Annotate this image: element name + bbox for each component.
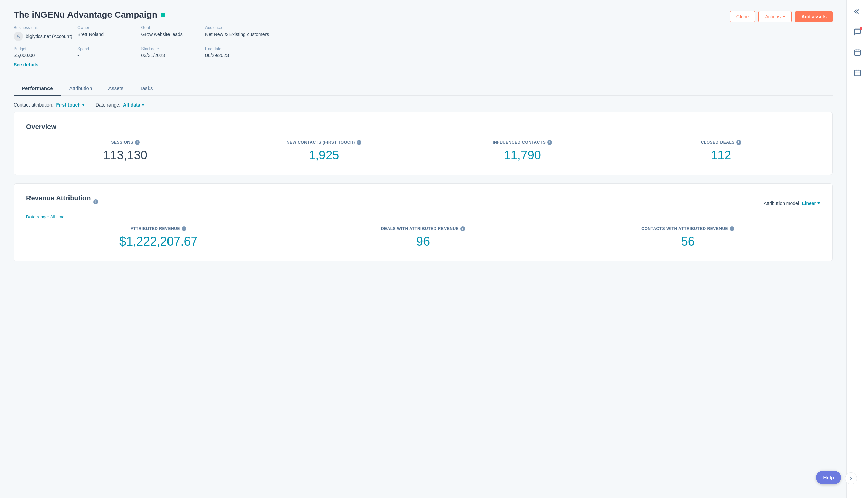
date-range-label: Date range:: [96, 102, 120, 107]
start-date-label: Start date: [142, 47, 205, 51]
deals-attributed-revenue-info-icon[interactable]: i: [460, 226, 465, 231]
end-date-value: 06/29/2023: [205, 53, 269, 58]
add-assets-button[interactable]: Add assets: [795, 11, 833, 22]
audience-label: Audience: [205, 25, 269, 30]
influenced-contacts-info-icon[interactable]: i: [547, 140, 552, 145]
deals-attributed-revenue-stat: DEALS WITH ATTRIBUTED REVENUE i 96: [291, 226, 556, 249]
next-arrow-button[interactable]: [845, 472, 857, 484]
closed-deals-label: CLOSED DEALS: [701, 140, 735, 145]
tab-tasks[interactable]: Tasks: [132, 81, 161, 96]
revenue-date-range: Date range: All time: [26, 214, 820, 220]
actions-button[interactable]: Actions: [759, 11, 792, 22]
business-unit-value: biglytics.net (Account): [26, 34, 72, 39]
sessions-stat: SESSIONS i 113,130: [26, 140, 225, 162]
calendar-icon[interactable]: [851, 46, 864, 58]
filter-bar: Contact attribution: First touch Date ra…: [14, 96, 833, 112]
attributed-revenue-label: ATTRIBUTED REVENUE: [131, 226, 180, 231]
attribution-model-label: Attribution model: [764, 200, 799, 206]
tab-bar: Performance Attribution Assets Tasks: [14, 81, 833, 96]
goal-value: Grow website leads: [142, 31, 205, 37]
overview-stats-row: SESSIONS i 113,130 NEW CONTACTS (FIRST T…: [26, 140, 820, 162]
spend-value: -: [77, 53, 141, 58]
svg-point-0: [18, 35, 19, 36]
contact-attribution-label: Contact attribution:: [14, 102, 54, 107]
contacts-attributed-revenue-value: 56: [556, 234, 820, 249]
overview-card: Overview SESSIONS i 113,130 NEW CONTACTS…: [14, 112, 833, 175]
closed-deals-info-icon[interactable]: i: [736, 140, 741, 145]
influenced-contacts-value: 11,790: [423, 148, 622, 162]
attributed-revenue-value: $1,222,207.67: [26, 234, 291, 249]
sessions-value: 113,130: [26, 148, 225, 162]
chat-icon[interactable]: [851, 26, 864, 38]
goal-label: Goal: [142, 25, 205, 30]
actions-caret-icon: [783, 16, 785, 18]
all-data-caret-icon: [142, 104, 145, 106]
budget-value: $5,000.00: [14, 53, 77, 58]
attributed-revenue-stat: ATTRIBUTED REVENUE i $1,222,207.67: [26, 226, 291, 249]
revenue-attribution-card: Revenue Attribution i Attribution model …: [14, 183, 833, 261]
see-details-link[interactable]: See details: [14, 62, 38, 67]
owner-label: Owner: [77, 25, 141, 30]
clone-button[interactable]: Clone: [730, 11, 756, 22]
right-sidebar: [846, 0, 868, 498]
first-touch-caret-icon: [82, 104, 85, 106]
business-unit-label: Business unit: [14, 25, 77, 30]
owner-value: Brett Noland: [77, 31, 141, 37]
deals-attributed-revenue-value: 96: [291, 234, 556, 249]
spend-label: Spend: [77, 47, 141, 51]
contacts-attributed-revenue-stat: CONTACTS WITH ATTRIBUTED REVENUE i 56: [556, 226, 820, 249]
revenue-attribution-info-icon[interactable]: i: [93, 199, 98, 204]
start-date-value: 03/31/2023: [142, 53, 205, 58]
svg-rect-1: [854, 50, 860, 56]
influenced-contacts-label: INFLUENCED CONTACTS: [493, 140, 546, 145]
tab-attribution[interactable]: Attribution: [61, 81, 101, 96]
all-data-dropdown[interactable]: All data: [123, 102, 145, 107]
tab-assets[interactable]: Assets: [100, 81, 132, 96]
attribution-model-dropdown[interactable]: Linear: [802, 200, 820, 206]
closed-deals-stat: CLOSED DEALS i 112: [622, 140, 820, 162]
attributed-revenue-info-icon[interactable]: i: [182, 226, 186, 231]
influenced-contacts-stat: INFLUENCED CONTACTS i 11,790: [423, 140, 622, 162]
calendar2-icon[interactable]: [851, 66, 864, 79]
first-touch-dropdown[interactable]: First touch: [56, 102, 85, 107]
contacts-attributed-revenue-info-icon[interactable]: i: [730, 226, 734, 231]
tab-performance[interactable]: Performance: [14, 81, 61, 96]
avatar: [14, 31, 23, 41]
status-indicator: [161, 13, 165, 17]
new-contacts-label: NEW CONTACTS (FIRST TOUCH): [286, 140, 355, 145]
sessions-label: SESSIONS: [111, 140, 133, 145]
contacts-attributed-revenue-label: CONTACTS WITH ATTRIBUTED REVENUE: [641, 226, 728, 231]
closed-deals-value: 112: [622, 148, 820, 162]
overview-title: Overview: [26, 123, 820, 131]
collapse-icon[interactable]: [851, 5, 864, 18]
new-contacts-info-icon[interactable]: i: [357, 140, 361, 145]
budget-label: Budget: [14, 47, 77, 51]
revenue-attribution-title: Revenue Attribution: [26, 194, 91, 202]
revenue-stats-row: ATTRIBUTED REVENUE i $1,222,207.67 DEALS…: [26, 226, 820, 249]
new-contacts-value: 1,925: [225, 148, 424, 162]
audience-value: Net New & Existing customers: [205, 31, 269, 37]
sessions-info-icon[interactable]: i: [135, 140, 140, 145]
end-date-label: End date: [205, 47, 269, 51]
deals-attributed-revenue-label: DEALS WITH ATTRIBUTED REVENUE: [381, 226, 459, 231]
attribution-model-caret-icon: [817, 202, 820, 204]
help-button[interactable]: Help: [816, 471, 841, 484]
campaign-title: The iNGENū Advantage Campaign: [14, 10, 157, 20]
new-contacts-stat: NEW CONTACTS (FIRST TOUCH) i 1,925: [225, 140, 424, 162]
